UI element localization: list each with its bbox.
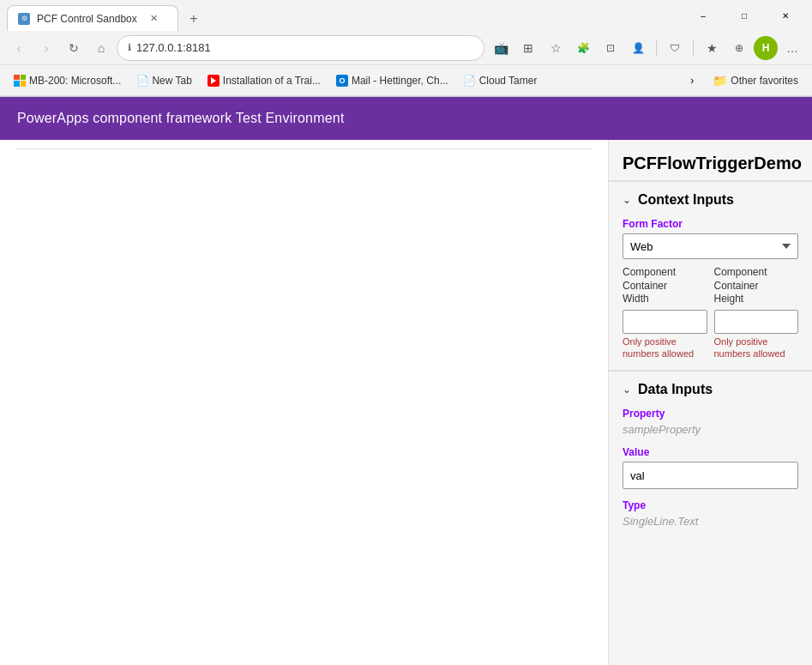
- type-value: SingleLine.Text: [623, 515, 798, 528]
- app-header-title: PowerApps component framework Test Envir…: [17, 111, 345, 126]
- width-hint: Only positive numbers allowed: [623, 336, 707, 360]
- youtube-favicon-icon: [208, 75, 220, 87]
- doc-favicon-icon: 📄: [136, 75, 148, 87]
- tab-title: PCF Control Sandbox: [37, 13, 137, 25]
- refresh-button[interactable]: ↻: [62, 36, 86, 60]
- property-label: Property: [623, 408, 798, 420]
- divider: [656, 39, 657, 57]
- app-header: PowerApps component framework Test Envir…: [0, 97, 812, 140]
- width-label: ComponentContainerWidth: [623, 266, 707, 306]
- width-input[interactable]: [623, 310, 707, 334]
- more-bookmarks-button[interactable]: ›: [682, 70, 702, 91]
- bookmark-cloud-tamer-label: Cloud Tamer: [479, 75, 538, 87]
- minimize-button[interactable]: –: [683, 2, 723, 29]
- form-factor-select[interactable]: Web Tablet Phone: [623, 233, 798, 259]
- bookmark-cloud-tamer[interactable]: 📄 Cloud Tamer: [457, 71, 544, 90]
- collection-button[interactable]: ⊡: [598, 35, 623, 61]
- height-label: ComponentContainerHeight: [714, 266, 799, 306]
- new-tab-button[interactable]: +: [182, 7, 206, 31]
- shield-button[interactable]: 🛡: [662, 35, 688, 61]
- star-button[interactable]: ☆: [543, 35, 568, 61]
- height-col: ComponentContainerHeight Only positive n…: [714, 266, 799, 360]
- cast-button[interactable]: 📺: [488, 35, 514, 61]
- tab-bar: ⚙ PCF Control Sandbox ✕ +: [7, 0, 206, 31]
- nav-bar: ‹ › ↻ ⌂ ℹ 127.0.0.1:8181 📺 ⊞ ☆ 🧩 ⊡ 👤 🛡 ★…: [0, 31, 812, 65]
- address-text: 127.0.0.1:8181: [136, 41, 473, 54]
- main-wrapper: PowerApps component framework Test Envir…: [0, 97, 812, 665]
- bookmarks-more: › 📁 Other favorites: [682, 70, 805, 91]
- lock-icon: ℹ: [128, 42, 131, 53]
- doc2-favicon-icon: 📄: [464, 75, 476, 87]
- width-col: ComponentContainerWidth Only positive nu…: [623, 266, 707, 360]
- collections-button[interactable]: ⊕: [726, 35, 752, 61]
- context-inputs-title: Context Inputs: [638, 192, 734, 208]
- other-favorites-button[interactable]: 📁 Other favorites: [706, 70, 805, 91]
- panel-title: PCFFlowTriggerDemo: [609, 140, 812, 180]
- right-panel: PCFFlowTriggerDemo ⌄ Context Inputs Form…: [609, 140, 812, 665]
- tab-close-button[interactable]: ✕: [147, 12, 161, 26]
- ms-favicon-icon: [14, 75, 26, 87]
- context-inputs-chevron-icon: ⌄: [623, 194, 631, 206]
- bookmark-installation[interactable]: Installation of a Trai...: [201, 71, 328, 90]
- bookmark-new-tab[interactable]: 📄 New Tab: [129, 71, 198, 90]
- browser-frame: ⚙ PCF Control Sandbox ✕ + – □ ✕ ‹ › ↻ ⌂ …: [0, 0, 812, 97]
- favorites-button[interactable]: ★: [699, 35, 725, 61]
- account-button[interactable]: 👤: [625, 35, 651, 61]
- value-input[interactable]: [623, 462, 798, 489]
- property-value: sampleProperty: [623, 423, 798, 436]
- divider2: [693, 39, 694, 57]
- height-hint: Only positive numbers allowed: [714, 336, 799, 360]
- folder-icon: 📁: [713, 74, 727, 88]
- context-inputs-header: ⌄ Context Inputs: [623, 192, 798, 208]
- forward-button[interactable]: ›: [34, 36, 58, 60]
- main-canvas: [0, 140, 609, 665]
- form-factor-label: Form Factor: [623, 218, 798, 230]
- active-tab[interactable]: ⚙ PCF Control Sandbox ✕: [7, 5, 178, 31]
- height-input[interactable]: [714, 310, 799, 334]
- bookmark-installation-label: Installation of a Trai...: [223, 75, 321, 87]
- bookmark-mb200[interactable]: MB-200: Microsoft...: [7, 71, 128, 90]
- type-label: Type: [623, 499, 798, 511]
- data-inputs-section: ⌄ Data Inputs Property sampleProperty Va…: [609, 370, 812, 538]
- value-group: Value: [623, 446, 798, 489]
- outlook-favicon-icon: O: [336, 75, 348, 87]
- data-inputs-title: Data Inputs: [638, 382, 713, 397]
- window-controls: – □ ✕: [683, 2, 805, 29]
- extension-button[interactable]: 🧩: [570, 35, 596, 61]
- close-button[interactable]: ✕: [766, 2, 805, 29]
- data-inputs-chevron-icon: ⌄: [623, 384, 631, 396]
- bookmark-mail-label: Mail - Hettinger, Ch...: [352, 75, 448, 87]
- nav-actions: 📺 ⊞ ☆ 🧩 ⊡ 👤 🛡 ★ ⊕ H …: [488, 35, 805, 61]
- horizontal-divider: [17, 148, 591, 149]
- maximize-button[interactable]: □: [725, 2, 764, 29]
- tab-favicon: ⚙: [18, 13, 30, 25]
- title-bar: ⚙ PCF Control Sandbox ✕ + – □ ✕: [0, 0, 812, 31]
- bookmark-mb200-label: MB-200: Microsoft...: [29, 75, 121, 87]
- home-button[interactable]: ⌂: [89, 36, 113, 60]
- value-label: Value: [623, 446, 798, 458]
- profile-button[interactable]: H: [754, 36, 778, 60]
- more-button[interactable]: …: [779, 35, 805, 61]
- context-inputs-section: ⌄ Context Inputs Form Factor Web Tablet …: [609, 180, 812, 370]
- back-button[interactable]: ‹: [7, 36, 31, 60]
- grid-button[interactable]: ⊞: [515, 35, 541, 61]
- type-group: Type SingleLine.Text: [623, 499, 798, 528]
- bookmark-mail[interactable]: O Mail - Hettinger, Ch...: [329, 71, 455, 90]
- address-bar[interactable]: ℹ 127.0.0.1:8181: [117, 35, 484, 61]
- data-inputs-header: ⌄ Data Inputs: [623, 382, 798, 397]
- container-dimensions: ComponentContainerWidth Only positive nu…: [623, 266, 798, 360]
- bookmark-new-tab-label: New Tab: [152, 75, 191, 87]
- page-content: PowerApps component framework Test Envir…: [0, 97, 812, 665]
- other-favorites-label: Other favorites: [731, 75, 798, 87]
- bookmarks-bar: MB-200: Microsoft... 📄 New Tab Installat…: [0, 65, 812, 96]
